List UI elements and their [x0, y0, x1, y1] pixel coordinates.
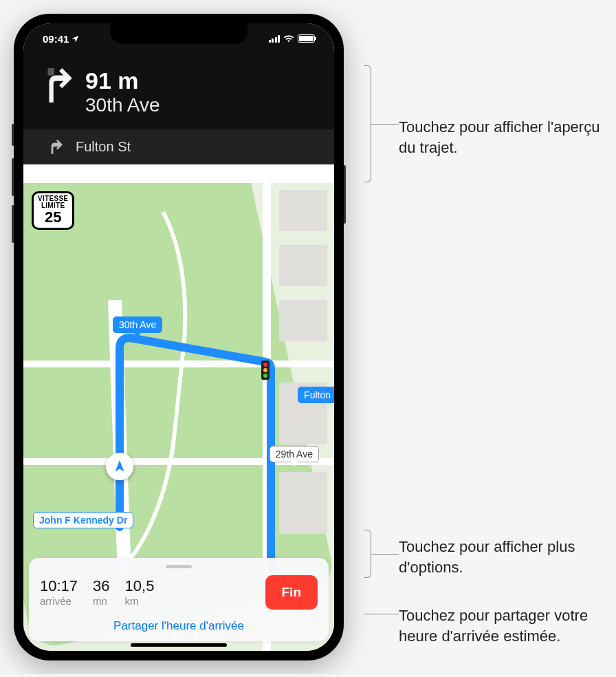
callout-1: Touchez pour afficher l'aperçu du trajet…: [399, 117, 602, 158]
end-route-button[interactable]: Fin: [265, 575, 318, 610]
nav-distance: 91 m: [85, 68, 160, 94]
map-label-text: John F Kennedy Dr: [39, 515, 127, 526]
distance-stat: 10,5 km: [125, 577, 155, 608]
turn-right-icon: [48, 139, 63, 154]
distance-value: 10,5: [125, 577, 155, 595]
distance-unit: km: [125, 595, 155, 608]
map-street-label: 29th Ave: [270, 446, 319, 462]
traffic-light-icon: [261, 361, 270, 380]
svg-rect-0: [47, 68, 54, 75]
power-button: [344, 165, 346, 224]
callout-2: Touchez pour afficher plus d'options.: [399, 537, 602, 577]
callout-text: Touchez pour partager votre heure d'arri…: [399, 607, 588, 645]
duration-unit: mn: [93, 595, 109, 608]
status-time: 09:41: [43, 33, 69, 45]
home-indicator[interactable]: [131, 643, 227, 647]
turn-right-icon: [43, 68, 73, 103]
location-arrow-icon: [71, 34, 80, 43]
phone-frame: 09:41 91 m 30th Ave Fulton St: [14, 14, 344, 660]
nav-primary-street: 30th Ave: [85, 94, 160, 117]
nav-secondary-street: Fulton St: [76, 139, 131, 155]
map-route-label: 30th Ave: [113, 316, 162, 333]
volume-up-button: [12, 158, 14, 196]
nav-secondary-instruction[interactable]: Fulton St: [23, 129, 334, 164]
mute-switch: [12, 124, 14, 146]
cellular-signal-icon: [269, 35, 280, 43]
speed-limit-sign: VITESSE LIMITE 25: [32, 191, 74, 230]
user-location-puck: [106, 453, 133, 480]
arrival-time-value: 10:17: [40, 577, 78, 595]
map-current-road-label: John F Kennedy Dr: [33, 512, 133, 528]
callout-text: Touchez pour afficher l'aperçu du trajet…: [399, 118, 600, 156]
duration-stat: 36 mn: [93, 577, 109, 608]
screen: 09:41 91 m 30th Ave Fulton St: [23, 23, 334, 651]
map-label-text: Fulton: [304, 389, 331, 400]
duration-value: 36: [93, 577, 109, 595]
wifi-icon: [283, 34, 294, 43]
callout-3: Touchez pour partager votre heure d'arri…: [399, 605, 602, 646]
speed-limit-value: 25: [38, 210, 68, 225]
map-label-text: 30th Ave: [119, 319, 156, 330]
map-label-text: 29th Ave: [276, 449, 313, 460]
callout-annotations: Touchez pour afficher l'aperçu du trajet…: [364, 14, 602, 660]
volume-down-button: [12, 205, 14, 243]
arrival-time-label: arrivée: [40, 595, 78, 608]
arrival-time-stat: 10:17 arrivée: [40, 577, 78, 608]
map-route-label: Fulton: [298, 387, 334, 403]
notch: [110, 23, 248, 44]
drawer-handle[interactable]: [166, 565, 192, 568]
battery-icon: [298, 34, 315, 43]
share-eta-link[interactable]: Partager l'heure d'arrivée: [40, 619, 318, 633]
callout-text: Touchez pour afficher plus d'options.: [399, 538, 575, 576]
route-drawer[interactable]: 10:17 arrivée 36 mn 10,5 km Fin Partager…: [29, 558, 329, 641]
nav-primary-instruction[interactable]: 91 m 30th Ave: [23, 61, 334, 129]
